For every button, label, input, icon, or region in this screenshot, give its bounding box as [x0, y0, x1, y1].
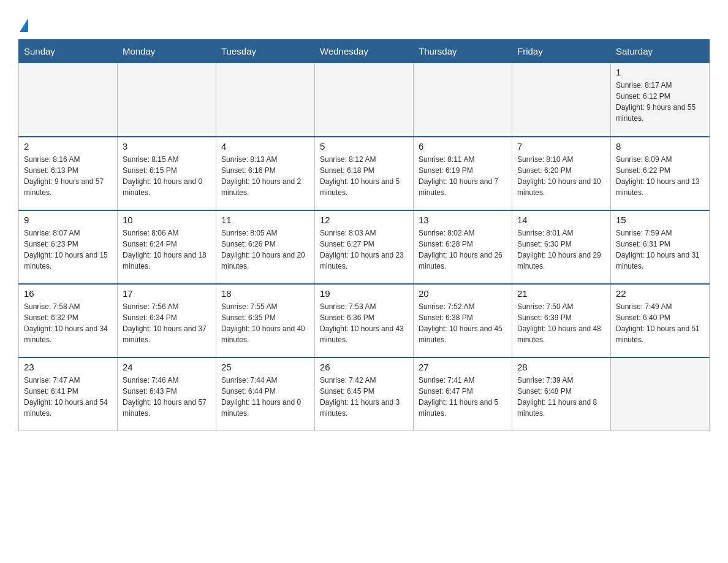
- calendar-header-row: SundayMondayTuesdayWednesdayThursdayFrid…: [19, 40, 710, 63]
- calendar-cell: 24Sunrise: 7:46 AM Sunset: 6:43 PM Dayli…: [118, 358, 216, 431]
- day-number: 2: [24, 141, 112, 151]
- day-info: Sunrise: 8:07 AM Sunset: 6:23 PM Dayligh…: [24, 228, 112, 272]
- calendar-cell: [216, 63, 315, 137]
- calendar-cell: 13Sunrise: 8:02 AM Sunset: 6:28 PM Dayli…: [414, 210, 512, 284]
- calendar-cell: 8Sunrise: 8:09 AM Sunset: 6:22 PM Daylig…: [611, 137, 710, 210]
- day-number: 6: [419, 141, 507, 151]
- day-info: Sunrise: 8:05 AM Sunset: 6:26 PM Dayligh…: [221, 228, 309, 272]
- day-number: 18: [221, 288, 309, 299]
- day-info: Sunrise: 7:42 AM Sunset: 6:45 PM Dayligh…: [320, 375, 408, 419]
- day-info: Sunrise: 7:41 AM Sunset: 6:47 PM Dayligh…: [419, 375, 507, 419]
- day-number: 14: [517, 215, 605, 225]
- day-number: 10: [123, 215, 211, 225]
- day-number: 4: [221, 141, 309, 151]
- header-day-wednesday: Wednesday: [315, 40, 414, 63]
- header-day-thursday: Thursday: [414, 40, 512, 63]
- calendar-cell: 10Sunrise: 8:06 AM Sunset: 6:24 PM Dayli…: [118, 210, 216, 284]
- day-number: 5: [320, 141, 408, 151]
- calendar-cell: [414, 63, 512, 137]
- page-header: [18, 12, 710, 33]
- day-number: 7: [517, 141, 605, 151]
- day-number: 13: [419, 215, 507, 225]
- calendar-cell: 17Sunrise: 7:56 AM Sunset: 6:34 PM Dayli…: [118, 284, 216, 358]
- calendar-cell: 2Sunrise: 8:16 AM Sunset: 6:13 PM Daylig…: [19, 137, 118, 210]
- calendar-cell: 15Sunrise: 7:59 AM Sunset: 6:31 PM Dayli…: [611, 210, 710, 284]
- calendar-cell: 7Sunrise: 8:10 AM Sunset: 6:20 PM Daylig…: [512, 137, 611, 210]
- calendar-cell: 23Sunrise: 7:47 AM Sunset: 6:41 PM Dayli…: [19, 358, 118, 431]
- calendar-cell: [118, 63, 216, 137]
- day-number: 26: [320, 362, 408, 372]
- calendar-cell: 26Sunrise: 7:42 AM Sunset: 6:45 PM Dayli…: [315, 358, 414, 431]
- day-info: Sunrise: 7:52 AM Sunset: 6:38 PM Dayligh…: [419, 301, 507, 345]
- calendar-cell: 19Sunrise: 7:53 AM Sunset: 6:36 PM Dayli…: [315, 284, 414, 358]
- calendar-cell: 12Sunrise: 8:03 AM Sunset: 6:27 PM Dayli…: [315, 210, 414, 284]
- day-info: Sunrise: 7:56 AM Sunset: 6:34 PM Dayligh…: [123, 301, 211, 345]
- header-day-sunday: Sunday: [19, 40, 118, 63]
- day-number: 17: [123, 288, 211, 299]
- day-number: 24: [123, 362, 211, 372]
- calendar-cell: 6Sunrise: 8:11 AM Sunset: 6:19 PM Daylig…: [414, 137, 512, 210]
- day-number: 16: [24, 288, 112, 299]
- calendar-week-3: 9Sunrise: 8:07 AM Sunset: 6:23 PM Daylig…: [19, 210, 710, 284]
- header-day-friday: Friday: [512, 40, 611, 63]
- calendar-cell: [19, 63, 118, 137]
- day-number: 28: [517, 362, 605, 372]
- calendar-cell: 16Sunrise: 7:58 AM Sunset: 6:32 PM Dayli…: [19, 284, 118, 358]
- logo-row1: [18, 18, 28, 33]
- day-number: 22: [616, 288, 704, 299]
- day-number: 3: [123, 141, 211, 151]
- day-info: Sunrise: 7:59 AM Sunset: 6:31 PM Dayligh…: [616, 228, 704, 272]
- calendar-cell: 20Sunrise: 7:52 AM Sunset: 6:38 PM Dayli…: [414, 284, 512, 358]
- logo-triangle-icon: [20, 18, 28, 32]
- day-number: 21: [517, 288, 605, 299]
- header-day-saturday: Saturday: [611, 40, 710, 63]
- calendar-cell: 11Sunrise: 8:05 AM Sunset: 6:26 PM Dayli…: [216, 210, 315, 284]
- day-info: Sunrise: 7:49 AM Sunset: 6:40 PM Dayligh…: [616, 301, 704, 345]
- day-info: Sunrise: 7:47 AM Sunset: 6:41 PM Dayligh…: [24, 375, 112, 419]
- day-number: 11: [221, 215, 309, 225]
- calendar-cell: 4Sunrise: 8:13 AM Sunset: 6:16 PM Daylig…: [216, 137, 315, 210]
- day-info: Sunrise: 8:06 AM Sunset: 6:24 PM Dayligh…: [123, 228, 211, 272]
- calendar-week-4: 16Sunrise: 7:58 AM Sunset: 6:32 PM Dayli…: [19, 284, 710, 358]
- header-day-monday: Monday: [118, 40, 216, 63]
- day-number: 12: [320, 215, 408, 225]
- calendar-cell: 18Sunrise: 7:55 AM Sunset: 6:35 PM Dayli…: [216, 284, 315, 358]
- calendar-cell: 14Sunrise: 8:01 AM Sunset: 6:30 PM Dayli…: [512, 210, 611, 284]
- day-number: 20: [419, 288, 507, 299]
- day-info: Sunrise: 8:13 AM Sunset: 6:16 PM Dayligh…: [221, 154, 309, 198]
- logo: [18, 18, 28, 33]
- day-info: Sunrise: 7:44 AM Sunset: 6:44 PM Dayligh…: [221, 375, 309, 419]
- day-info: Sunrise: 8:15 AM Sunset: 6:15 PM Dayligh…: [123, 154, 211, 198]
- calendar-week-1: 1Sunrise: 8:17 AM Sunset: 6:12 PM Daylig…: [19, 63, 710, 137]
- day-info: Sunrise: 8:02 AM Sunset: 6:28 PM Dayligh…: [419, 228, 507, 272]
- day-info: Sunrise: 7:39 AM Sunset: 6:48 PM Dayligh…: [517, 375, 605, 419]
- calendar-week-2: 2Sunrise: 8:16 AM Sunset: 6:13 PM Daylig…: [19, 137, 710, 210]
- calendar-cell: 25Sunrise: 7:44 AM Sunset: 6:44 PM Dayli…: [216, 358, 315, 431]
- calendar-cell: [611, 358, 710, 431]
- day-info: Sunrise: 7:53 AM Sunset: 6:36 PM Dayligh…: [320, 301, 408, 345]
- day-number: 23: [24, 362, 112, 372]
- day-info: Sunrise: 8:09 AM Sunset: 6:22 PM Dayligh…: [616, 154, 704, 198]
- calendar-table: SundayMondayTuesdayWednesdayThursdayFrid…: [18, 39, 710, 431]
- calendar-cell: 22Sunrise: 7:49 AM Sunset: 6:40 PM Dayli…: [611, 284, 710, 358]
- day-number: 19: [320, 288, 408, 299]
- day-info: Sunrise: 8:03 AM Sunset: 6:27 PM Dayligh…: [320, 228, 408, 272]
- day-number: 15: [616, 215, 704, 225]
- day-number: 25: [221, 362, 309, 372]
- day-number: 27: [419, 362, 507, 372]
- day-number: 9: [24, 215, 112, 225]
- calendar-cell: 1Sunrise: 8:17 AM Sunset: 6:12 PM Daylig…: [611, 63, 710, 137]
- calendar-cell: 21Sunrise: 7:50 AM Sunset: 6:39 PM Dayli…: [512, 284, 611, 358]
- day-info: Sunrise: 7:50 AM Sunset: 6:39 PM Dayligh…: [517, 301, 605, 345]
- day-info: Sunrise: 8:16 AM Sunset: 6:13 PM Dayligh…: [24, 154, 112, 198]
- calendar-week-5: 23Sunrise: 7:47 AM Sunset: 6:41 PM Dayli…: [19, 358, 710, 431]
- calendar-cell: 28Sunrise: 7:39 AM Sunset: 6:48 PM Dayli…: [512, 358, 611, 431]
- logo-wrapper: [18, 18, 28, 33]
- calendar-cell: [315, 63, 414, 137]
- day-info: Sunrise: 8:10 AM Sunset: 6:20 PM Dayligh…: [517, 154, 605, 198]
- calendar-cell: 5Sunrise: 8:12 AM Sunset: 6:18 PM Daylig…: [315, 137, 414, 210]
- day-info: Sunrise: 7:55 AM Sunset: 6:35 PM Dayligh…: [221, 301, 309, 345]
- day-info: Sunrise: 8:11 AM Sunset: 6:19 PM Dayligh…: [419, 154, 507, 198]
- day-info: Sunrise: 8:01 AM Sunset: 6:30 PM Dayligh…: [517, 228, 605, 272]
- day-info: Sunrise: 7:46 AM Sunset: 6:43 PM Dayligh…: [123, 375, 211, 419]
